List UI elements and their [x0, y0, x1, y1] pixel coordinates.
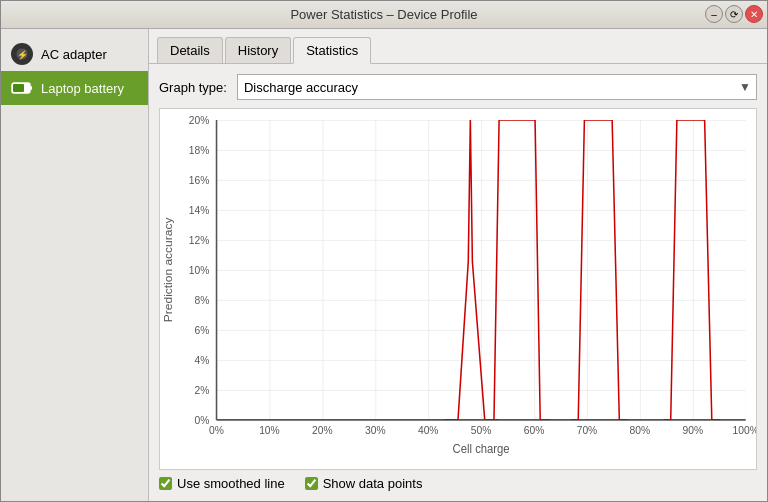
- chart-container: 0% 2% 4% 6% 8% 10% 12% 14% 16% 18% 20%: [159, 108, 757, 470]
- svg-text:16%: 16%: [189, 174, 210, 186]
- ac-adapter-label: AC adapter: [41, 47, 107, 62]
- svg-text:8%: 8%: [194, 294, 209, 306]
- window-controls: – ⟳ ✕: [705, 5, 763, 23]
- svg-text:70%: 70%: [577, 424, 598, 436]
- svg-text:50%: 50%: [471, 424, 492, 436]
- svg-text:⚡: ⚡: [17, 49, 29, 61]
- show-data-points-label: Show data points: [323, 476, 423, 491]
- tab-details[interactable]: Details: [157, 37, 223, 63]
- svg-text:100%: 100%: [733, 424, 756, 436]
- svg-text:4%: 4%: [194, 354, 209, 366]
- sidebar: ⚡ AC adapter Laptop battery: [1, 29, 149, 501]
- svg-text:Prediction accuracy: Prediction accuracy: [162, 217, 175, 322]
- sidebar-item-laptop-battery[interactable]: Laptop battery: [1, 71, 148, 105]
- svg-text:60%: 60%: [524, 424, 545, 436]
- main-area: Details History Statistics Graph type: D…: [149, 29, 767, 501]
- svg-text:10%: 10%: [189, 264, 210, 276]
- svg-text:90%: 90%: [683, 424, 704, 436]
- smoothed-line-label: Use smoothed line: [177, 476, 285, 491]
- tab-history[interactable]: History: [225, 37, 291, 63]
- chart-svg: 0% 2% 4% 6% 8% 10% 12% 14% 16% 18% 20%: [160, 109, 756, 469]
- smoothed-line-checkbox[interactable]: Use smoothed line: [159, 476, 285, 491]
- bottom-bar: Use smoothed line Show data points: [159, 470, 757, 491]
- svg-text:Cell charge: Cell charge: [453, 441, 510, 454]
- smoothed-line-input[interactable]: [159, 477, 172, 490]
- svg-text:40%: 40%: [418, 424, 439, 436]
- svg-text:0%: 0%: [194, 414, 209, 426]
- svg-text:20%: 20%: [312, 424, 333, 436]
- ac-adapter-icon: ⚡: [11, 43, 33, 65]
- svg-text:10%: 10%: [259, 424, 280, 436]
- restore-button[interactable]: ⟳: [725, 5, 743, 23]
- svg-text:6%: 6%: [194, 324, 209, 336]
- window-title: Power Statistics – Device Profile: [290, 7, 477, 22]
- titlebar: Power Statistics – Device Profile – ⟳ ✕: [1, 1, 767, 29]
- tab-statistics[interactable]: Statistics: [293, 37, 371, 64]
- svg-text:0%: 0%: [209, 424, 224, 436]
- svg-text:2%: 2%: [194, 384, 209, 396]
- laptop-battery-label: Laptop battery: [41, 81, 124, 96]
- svg-rect-3: [13, 84, 24, 92]
- svg-text:80%: 80%: [630, 424, 651, 436]
- svg-text:14%: 14%: [189, 204, 210, 216]
- graph-type-select[interactable]: Discharge accuracy Charge accuracy: [237, 74, 757, 100]
- show-data-points-checkbox[interactable]: Show data points: [305, 476, 423, 491]
- svg-text:30%: 30%: [365, 424, 386, 436]
- graph-type-row: Graph type: Discharge accuracy Charge ac…: [159, 74, 757, 100]
- content-area: ⚡ AC adapter Laptop battery: [1, 29, 767, 501]
- battery-icon: [11, 77, 33, 99]
- svg-text:12%: 12%: [189, 234, 210, 246]
- main-window: Power Statistics – Device Profile – ⟳ ✕: [0, 0, 768, 502]
- tab-bar: Details History Statistics: [149, 29, 767, 64]
- sidebar-item-ac-adapter[interactable]: ⚡ AC adapter: [1, 37, 148, 71]
- svg-rect-4: [30, 86, 32, 90]
- statistics-panel: Graph type: Discharge accuracy Charge ac…: [149, 64, 767, 501]
- svg-text:20%: 20%: [189, 114, 210, 126]
- close-button[interactable]: ✕: [745, 5, 763, 23]
- graph-type-select-wrapper: Discharge accuracy Charge accuracy ▼: [237, 74, 757, 100]
- svg-text:18%: 18%: [189, 144, 210, 156]
- graph-type-label: Graph type:: [159, 80, 227, 95]
- close-icon: ✕: [750, 9, 758, 20]
- minimize-button[interactable]: –: [705, 5, 723, 23]
- show-data-points-input[interactable]: [305, 477, 318, 490]
- restore-icon: ⟳: [730, 9, 738, 20]
